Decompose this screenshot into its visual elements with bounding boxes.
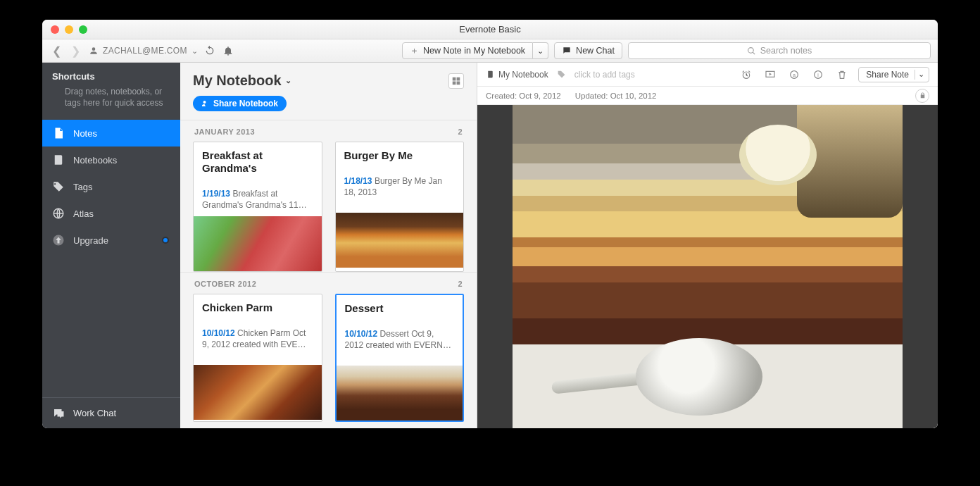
- notebook-title-dropdown[interactable]: My Notebook ⌄: [193, 73, 291, 89]
- new-note-menu-button[interactable]: ⌄: [533, 42, 548, 59]
- view-mode-button[interactable]: [448, 73, 464, 89]
- image-medallion: [739, 125, 817, 185]
- image-spoon: [551, 338, 762, 416]
- upgrade-icon: [52, 234, 65, 247]
- globe-icon: [52, 207, 65, 220]
- note-icon: [52, 127, 65, 139]
- shortcuts-hint: Drag notes, notebooks, or tags here for …: [52, 86, 170, 108]
- share-notebook-label: Share Notebook: [213, 99, 278, 108]
- share-notebook-button[interactable]: Share Notebook: [193, 96, 287, 111]
- minimize-window-button[interactable]: [65, 25, 73, 34]
- sidebar-label: Notebooks: [73, 155, 117, 166]
- share-note-label: Share Note: [866, 70, 909, 80]
- list-section-header: JANUARY 2013 2: [180, 120, 477, 142]
- lock-icon: [919, 92, 926, 99]
- grgrid-icon: [451, 76, 461, 86]
- note-card[interactable]: Chicken Parm 10/10/12 Chicken Parm Oct 9…: [193, 294, 322, 422]
- note-panel: My Notebook click to add tags a i Share …: [477, 63, 938, 428]
- app-window: Evernote Basic ❮ ❯ ZACHALL@ME.COM ⌄ ＋ Ne…: [42, 20, 938, 428]
- note-date: 10/10/12: [345, 329, 378, 339]
- account-menu[interactable]: ZACHALL@ME.COM ⌄: [89, 46, 198, 56]
- note-card[interactable]: Breakfast at Grandma's 1/19/13 Breakfast…: [193, 142, 322, 272]
- sidebar-item-atlas[interactable]: Atlas: [42, 200, 180, 227]
- chevron-down-icon: ⌄: [918, 70, 924, 79]
- note-card-selected[interactable]: Dessert 10/10/12 Dessert Oct 9, 2012 cre…: [335, 294, 465, 422]
- window-title: Evernote Basic: [42, 24, 938, 35]
- new-note-group: ＋ New Note in My Notebook ⌄: [402, 42, 548, 59]
- chevron-down-icon: ⌄: [285, 76, 291, 85]
- add-tags-input[interactable]: click to add tags: [574, 70, 635, 80]
- sidebar-item-workchat[interactable]: Work Chat: [42, 397, 180, 428]
- note-updated: Updated: Oct 10, 2012: [575, 92, 657, 100]
- note-title: Dessert: [345, 302, 455, 315]
- search-icon: [747, 46, 756, 56]
- nav-forward-button[interactable]: ❯: [71, 44, 80, 58]
- sync-button[interactable]: [203, 44, 216, 57]
- search-placeholder: Search notes: [760, 46, 812, 56]
- notebook-icon: [52, 154, 65, 166]
- info-button[interactable]: i: [810, 67, 826, 82]
- share-user-icon: [201, 99, 210, 108]
- note-date: 10/10/12: [202, 328, 235, 338]
- sidebar-label: Tags: [73, 182, 92, 192]
- close-window-button[interactable]: [51, 25, 59, 34]
- sidebar-item-upgrade[interactable]: Upgrade: [42, 227, 180, 254]
- sidebar-label: Notes: [73, 128, 97, 139]
- sidebar-item-notes[interactable]: Notes: [42, 120, 180, 147]
- search-input[interactable]: Search notes: [628, 42, 931, 59]
- note-meta: Created: Oct 9, 2012 Updated: Oct 10, 20…: [477, 87, 938, 105]
- sidebar-item-notebooks[interactable]: Notebooks: [42, 147, 180, 173]
- title-bar: Evernote Basic: [42, 20, 938, 39]
- chevron-down-icon: ⌄: [537, 46, 544, 56]
- shortcuts-title: Shortcuts: [52, 71, 170, 82]
- share-note-button[interactable]: Share Note ⌄: [858, 67, 929, 82]
- delete-button[interactable]: [834, 67, 850, 82]
- note-thumbnail: [194, 365, 322, 420]
- sidebar-label: Atlas: [73, 208, 94, 219]
- note-content[interactable]: [477, 105, 938, 428]
- note-thumbnail: [194, 216, 322, 271]
- sidebar-item-tags[interactable]: Tags: [42, 173, 180, 200]
- nav-arrows: ❮ ❯: [49, 44, 83, 58]
- reminder-button[interactable]: [739, 67, 754, 82]
- window-controls: [42, 25, 87, 34]
- section-label: JANUARY 2013: [194, 127, 255, 136]
- shortcuts-section: Shortcuts Drag notes, notebooks, or tags…: [42, 63, 180, 120]
- note-thumbnail: [336, 213, 464, 268]
- lock-button[interactable]: [915, 89, 929, 103]
- note-title: Breakfast at Grandma's: [202, 149, 313, 175]
- section-count: 2: [458, 127, 463, 136]
- list-section-header: OCTOBER 2012 2: [180, 272, 477, 294]
- notebook-header: My Notebook ⌄: [180, 63, 477, 96]
- new-chat-button[interactable]: New Chat: [554, 42, 622, 59]
- notebook-small-icon: [486, 70, 495, 79]
- notifications-button[interactable]: [222, 44, 234, 57]
- sidebar-label: Upgrade: [73, 235, 108, 246]
- note-date: 1/18/13: [344, 176, 372, 186]
- svg-text:a: a: [793, 72, 796, 77]
- new-chat-label: New Chat: [576, 46, 615, 56]
- svg-text:i: i: [818, 72, 819, 77]
- present-button[interactable]: [762, 67, 778, 82]
- note-card[interactable]: Burger By Me 1/18/13 Burger By Me Jan 18…: [335, 142, 465, 272]
- note-header: My Notebook click to add tags a i Share …: [477, 63, 938, 87]
- annotate-button[interactable]: a: [786, 67, 802, 82]
- section-count: 2: [458, 280, 463, 288]
- note-notebook-label: My Notebook: [498, 70, 548, 80]
- note-image: [513, 105, 903, 428]
- user-icon: [89, 46, 99, 56]
- zoom-window-button[interactable]: [79, 25, 87, 34]
- account-label: ZACHALL@ME.COM: [103, 46, 187, 56]
- plus-icon: ＋: [410, 45, 419, 57]
- note-list[interactable]: JANUARY 2013 2 Breakfast at Grandma's 1/…: [180, 120, 477, 428]
- note-notebook-selector[interactable]: My Notebook: [486, 70, 548, 80]
- new-note-label: New Note in My Notebook: [423, 46, 525, 56]
- sidebar: Shortcuts Drag notes, notebooks, or tags…: [42, 63, 180, 428]
- note-created: Created: Oct 9, 2012: [486, 92, 561, 100]
- nav-back-button[interactable]: ❮: [52, 44, 61, 58]
- new-note-button[interactable]: ＋ New Note in My Notebook: [402, 42, 533, 59]
- badge-dot: [162, 237, 169, 244]
- note-title: Chicken Parm: [202, 301, 313, 314]
- note-title: Burger By Me: [344, 149, 456, 162]
- toolbar: ❮ ❯ ZACHALL@ME.COM ⌄ ＋ New Note in My No…: [42, 39, 938, 63]
